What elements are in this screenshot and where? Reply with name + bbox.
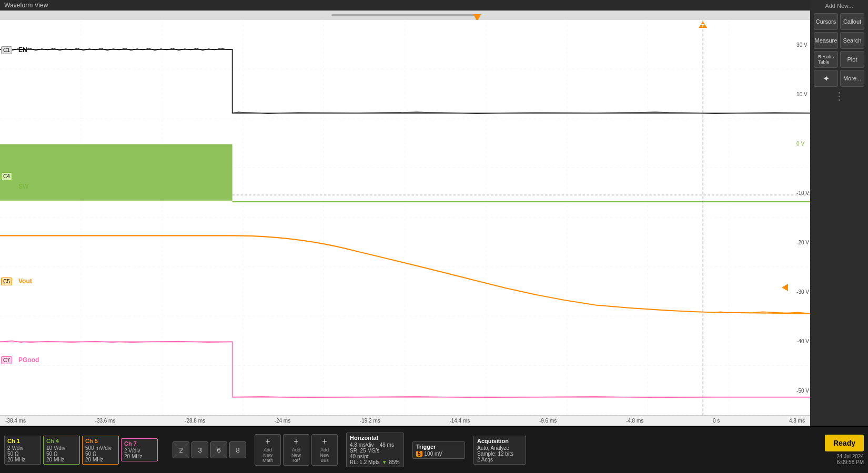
ch5-bw: 20 MHz <box>85 457 116 462</box>
c4-badge[interactable]: C4 <box>1 172 12 180</box>
ch3-button[interactable]: 3 <box>191 441 208 458</box>
measure-button[interactable]: Measure <box>814 32 838 49</box>
c4-label: SW <box>18 183 28 190</box>
channel-number-buttons: 2 3 6 8 <box>173 441 246 458</box>
x-label-2: -28.8 ms <box>185 418 205 424</box>
waveform-container: Waveform View <box>0 0 810 426</box>
c5-badge[interactable]: C5 <box>1 277 12 285</box>
ch6-button[interactable]: 6 <box>210 441 227 458</box>
ch4-impedance: 50 Ω <box>46 451 77 457</box>
x-label-6: -9.6 ms <box>539 418 557 424</box>
ch1-info[interactable]: Ch 1 2 V/div 50 Ω 20 MHz <box>4 436 41 465</box>
svg-rect-4 <box>0 20 810 415</box>
status-bar: Ch 1 2 V/div 50 Ω 20 MHz Ch 4 10 V/div 5… <box>0 426 868 473</box>
waveform-svg: T <box>0 20 810 415</box>
icon-more-row: ✦ More... <box>814 70 864 87</box>
acq-line2: Sample: 12 bits <box>477 451 522 457</box>
ch1-bw: 20 MHz <box>7 457 38 462</box>
sparkle-button[interactable]: ✦ <box>814 70 838 87</box>
measure-search-row: Measure Search <box>814 32 864 49</box>
horiz-line4: RL: 1.2 Mpts ▼ 85% <box>350 459 400 465</box>
callout-button[interactable]: Callout <box>840 13 864 30</box>
x-label-1: -33.6 ms <box>95 418 116 424</box>
more-button[interactable]: More... <box>840 70 864 87</box>
c1-label: EN <box>18 46 27 54</box>
horiz-line3: 40 ns/pt <box>350 454 400 459</box>
x-axis-labels-row: -38.4 ms -33.6 ms -28.8 ms -24 ms -19.2 … <box>5 418 805 424</box>
waveform-canvas[interactable]: T C1 EN C4 SW C5 Vout C7 PGood <box>0 20 810 415</box>
ch5-impedance: 50 Ω <box>85 451 116 457</box>
acquisition-title: Acquisition <box>477 438 522 444</box>
add-bus-button[interactable]: + AddNewBus <box>311 434 338 466</box>
svg-rect-5 <box>0 144 233 200</box>
ch5-info[interactable]: Ch 5 500 mV/div 50 Ω 20 MHz <box>82 436 119 465</box>
add-math-button[interactable]: + AddNewMath <box>255 434 281 466</box>
ch1-impedance: 50 Ω <box>7 451 38 457</box>
svg-text:T: T <box>701 23 704 28</box>
ch4-title: Ch 4 <box>46 438 77 444</box>
datetime-display: 24 Jul 20246:09:58 PM <box>836 454 864 465</box>
trigger-ch-badge: 5 <box>416 451 422 457</box>
horiz-pct: ▼ <box>382 459 387 465</box>
x-label-5: -14.4 ms <box>449 418 470 424</box>
add-ref-label: AddNewRef <box>291 447 301 463</box>
acquisition-info[interactable]: Acquisition Auto, Analyze Sample: 12 bit… <box>473 436 526 465</box>
x-label-0: -38.4 ms <box>5 418 26 424</box>
horiz-line1: 4.8 ms/div 48 ms <box>350 442 400 448</box>
trigger-info[interactable]: Trigger 5 100 mV <box>412 441 465 459</box>
ready-button[interactable]: Ready <box>825 435 864 451</box>
plot-button[interactable]: Plot <box>840 51 864 68</box>
add-bus-icon: + <box>322 437 327 446</box>
c5-level-marker <box>782 284 788 291</box>
c5-label: Vout <box>18 277 32 285</box>
x-label-7: -4.8 ms <box>626 418 643 424</box>
ch7-bw: 20 MHz <box>124 454 155 459</box>
ch7-info[interactable]: Ch 7 2 V/div 20 MHz <box>121 438 158 461</box>
ch7-vdiv: 2 V/div <box>124 448 155 454</box>
x-label-9: 4.8 ms <box>789 418 805 424</box>
cursors-button[interactable]: Cursors <box>814 13 838 30</box>
waveform-title-bar: Waveform View <box>0 0 810 11</box>
acq-line1: Auto, Analyze <box>477 445 522 451</box>
ch7-title: Ch 7 <box>124 440 155 447</box>
add-ref-icon: + <box>294 437 298 446</box>
acq-line3: 2 Acqs <box>477 457 522 462</box>
horizontal-position-indicator <box>331 14 479 16</box>
ch8-button[interactable]: 8 <box>229 441 246 458</box>
trigger-title: Trigger <box>416 444 461 450</box>
ch5-title: Ch 5 <box>85 438 116 444</box>
results-plot-row: ResultsTable Plot <box>814 51 864 68</box>
add-ref-button[interactable]: + AddNewRef <box>283 434 309 466</box>
add-math-icon: + <box>265 437 270 446</box>
trigger-detail: 5 100 mV <box>416 451 461 457</box>
add-bus-label: AddNewBus <box>320 447 329 463</box>
horizontal-title: Horizontal <box>350 435 400 441</box>
c7-label: PGood <box>18 356 39 364</box>
waveform-title: Waveform View <box>4 2 48 9</box>
ch4-info[interactable]: Ch 4 10 V/div 50 Ω 20 MHz <box>43 436 80 465</box>
datetime-ready-area: Ready 24 Jul 20246:09:58 PM <box>821 435 864 465</box>
x-label-3: -24 ms <box>275 418 291 424</box>
trigger-value: 100 mV <box>425 451 442 457</box>
ch4-vdiv: 10 V/div <box>46 445 77 451</box>
panel-title: Add New... <box>825 3 853 9</box>
ch1-vdiv: 2 V/div <box>7 445 38 451</box>
x-axis: -38.4 ms -33.6 ms -28.8 ms -24 ms -19.2 … <box>0 415 810 426</box>
horiz-line2: SR: 25 MS/s <box>350 448 400 454</box>
horizontal-info[interactable]: Horizontal 4.8 ms/div 48 ms SR: 25 MS/s … <box>346 433 404 467</box>
ch1-title: Ch 1 <box>7 438 38 444</box>
right-panel: Add New... Cursors Callout Measure Searc… <box>810 0 868 426</box>
ch4-bw: 20 MHz <box>46 457 77 462</box>
search-button[interactable]: Search <box>840 32 864 49</box>
results-table-button[interactable]: ResultsTable <box>814 51 838 68</box>
waveform-top-bar <box>0 11 810 20</box>
x-label-4: -19.2 ms <box>360 418 380 424</box>
trigger-position-area <box>331 14 479 16</box>
panel-separator <box>837 91 841 102</box>
c1-badge[interactable]: C1 <box>1 46 12 54</box>
cursors-callout-row: Cursors Callout <box>814 13 864 30</box>
c7-badge[interactable]: C7 <box>1 356 12 364</box>
add-math-label: AddNewMath <box>263 447 273 463</box>
ch5-vdiv: 500 mV/div <box>85 445 116 451</box>
ch2-button[interactable]: 2 <box>173 441 189 458</box>
